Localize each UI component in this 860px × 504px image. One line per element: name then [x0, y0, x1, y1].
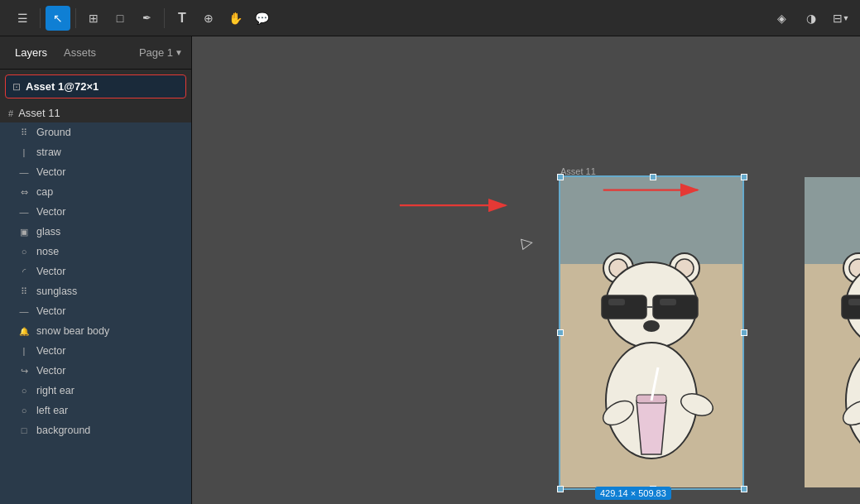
svg-point-10: [643, 320, 660, 332]
share-button[interactable]: ◈: [769, 6, 794, 31]
theme-icon: ◑: [806, 12, 816, 25]
vline-icon: |: [18, 346, 30, 356]
tab-assets[interactable]: Assets: [57, 43, 103, 62]
layer-item-vector-1[interactable]: — Vector: [0, 162, 191, 182]
svg-rect-9: [660, 299, 676, 305]
frame-icon: ▣: [18, 227, 30, 238]
rect-icon: □: [18, 425, 30, 435]
svg-rect-5: [602, 295, 646, 319]
asset-header[interactable]: ⊡ Asset 1@72×1: [5, 74, 186, 98]
menu-icon: ☰: [17, 12, 28, 25]
comment-icon: 💬: [255, 12, 269, 25]
circle-icon-2: ○: [18, 406, 30, 415]
layer-item-vector-3[interactable]: ◜ Vector: [0, 262, 191, 281]
layer-item-left-ear[interactable]: ○ left ear: [0, 401, 191, 420]
layer-item-cap[interactable]: ⇔ cap: [0, 182, 191, 202]
handle-tm[interactable]: [650, 174, 656, 180]
layer-item-right-ear[interactable]: ○ right ear: [0, 381, 191, 401]
sidebar-tabs: Layers Assets Page 1 ▼: [0, 36, 191, 70]
curve-icon: ↪: [18, 366, 30, 377]
svg-point-28: [846, 343, 860, 458]
layer-item-vector-4[interactable]: — Vector: [0, 301, 191, 321]
bell-icon: 🔔: [18, 327, 30, 336]
hand-tool-button[interactable]: ✋: [223, 6, 247, 31]
select-icon: ↖: [53, 12, 63, 25]
handle-bl[interactable]: [557, 486, 564, 492]
dimension-label: 429.14 × 509.83: [595, 487, 671, 500]
grid-dots-icon: ⠿: [18, 127, 30, 138]
frame-tool-button[interactable]: ⊞: [81, 6, 106, 31]
text-tool-button[interactable]: T: [170, 6, 195, 31]
svg-rect-6: [653, 295, 698, 319]
layer-item-sunglass[interactable]: ⠿ sunglass: [0, 281, 191, 301]
canvas-area[interactable]: Asset 11: [192, 36, 860, 504]
asset-header-label: Asset 1@72×1: [26, 80, 98, 93]
zoom-button[interactable]: ⊟ ▼: [829, 6, 853, 31]
grid-icon: #: [8, 108, 13, 118]
menu-button[interactable]: ☰: [10, 6, 35, 31]
layer-item-ground[interactable]: ⠿ Ground: [0, 122, 191, 142]
layer-item-vector-5[interactable]: | Vector: [0, 341, 191, 361]
comment-tool-button[interactable]: 💬: [249, 6, 274, 31]
circle-icon: ○: [18, 386, 30, 396]
frame-icon: ⊞: [89, 12, 98, 25]
layer-item-nose[interactable]: ○ nose: [0, 242, 191, 262]
grid-icon-2: ⠿: [18, 286, 30, 297]
toolbar-separator-2: [75, 8, 76, 28]
asset-component-icon: ⊡: [12, 81, 21, 93]
select-tool-button[interactable]: ↖: [46, 6, 70, 31]
cursor-arrow: ▷: [520, 233, 535, 252]
pen-icon: ✒: [142, 12, 151, 24]
pen-tool-button[interactable]: ✒: [134, 6, 159, 31]
handle-mr[interactable]: [741, 329, 747, 336]
toolbar-separator-3: [164, 8, 165, 28]
shape-tool-button[interactable]: □: [108, 6, 132, 31]
chevron-down-icon: ▼: [175, 48, 183, 57]
layer-item-vector-2[interactable]: — Vector: [0, 202, 191, 222]
main-area: Layers Assets Page 1 ▼ ⊡ Asset 1@72×1 # …: [0, 36, 860, 504]
share-icon: ◈: [777, 12, 786, 25]
minus-icon-2: —: [18, 207, 30, 217]
bear-svg-left: [569, 239, 734, 479]
toolbar: ☰ ↖ ⊞ □ ✒ T ⊕ ✋ 💬 ◈: [0, 0, 860, 36]
layer-list: ⠿ Ground | straw — Vector ⇔ cap — Vector: [0, 122, 191, 504]
asset-subheader[interactable]: # Asset 11: [0, 103, 191, 122]
zoom-dropdown-icon: ▼: [843, 14, 850, 22]
arc-icon: ◜: [18, 266, 30, 277]
handle-tl[interactable]: [557, 174, 564, 180]
line-icon: |: [18, 147, 30, 157]
layer-item-straw[interactable]: | straw: [0, 142, 191, 162]
asset-subheader-label: Asset 11: [18, 107, 60, 119]
tab-layers[interactable]: Layers: [8, 43, 54, 62]
bear-svg-right: [809, 239, 860, 479]
arrows-icon: ⇔: [18, 187, 30, 198]
canvas-asset-label: Asset 11: [560, 166, 596, 176]
layer-item-background[interactable]: □ background: [0, 420, 191, 440]
toolbar-right-tools: ◈ ◑ ⊟ ▼: [769, 6, 853, 31]
layer-item-snow-bear-body[interactable]: 🔔 snow bear body: [0, 321, 191, 341]
layer-item-glass[interactable]: ▣ glass: [0, 222, 191, 242]
hand-icon: ✋: [228, 12, 243, 25]
svg-rect-8: [608, 299, 625, 305]
handle-tr[interactable]: [741, 174, 747, 180]
text-icon: T: [178, 11, 186, 26]
layer-item-vector-6[interactable]: ↪ Vector: [0, 361, 191, 381]
svg-rect-25: [848, 299, 860, 305]
handle-ml[interactable]: [557, 329, 564, 336]
ellipse-icon: ○: [18, 247, 30, 257]
toolbar-separator-1: [40, 8, 41, 28]
zoom-icon: ⊟: [833, 12, 843, 25]
shape-icon: □: [117, 12, 123, 25]
red-arrows-overlay: [192, 36, 860, 504]
handle-br[interactable]: [741, 486, 747, 492]
sidebar: Layers Assets Page 1 ▼ ⊡ Asset 1@72×1 # …: [0, 36, 192, 504]
svg-marker-14: [637, 401, 666, 454]
minus-icon-3: —: [18, 306, 30, 316]
theme-button[interactable]: ◑: [799, 6, 824, 31]
toolbar-left-tools: ☰ ↖ ⊞ □ ✒ T ⊕ ✋ 💬: [7, 6, 277, 31]
component-tool-button[interactable]: ⊕: [196, 6, 221, 31]
component-icon: ⊕: [204, 12, 214, 25]
minus-icon: —: [18, 167, 30, 177]
page-selector[interactable]: Page 1 ▼: [139, 46, 183, 59]
